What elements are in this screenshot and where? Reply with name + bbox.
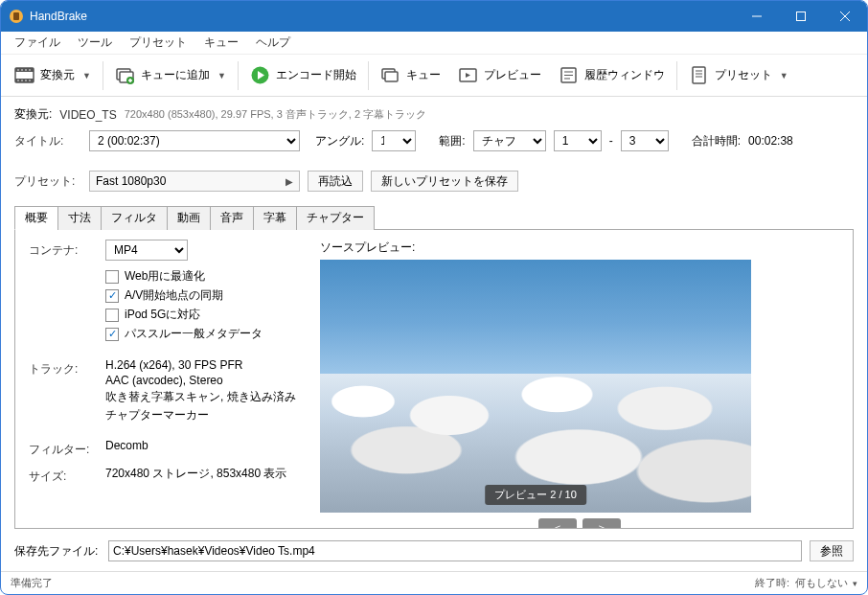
menu-presets[interactable]: プリセット bbox=[122, 33, 194, 53]
close-button[interactable] bbox=[823, 1, 867, 32]
range-end-select[interactable]: 3 bbox=[621, 130, 669, 151]
window-title: HandBrake bbox=[30, 10, 735, 23]
activity-button[interactable]: 履歴ウィンドウ bbox=[551, 59, 673, 92]
queue-icon bbox=[380, 65, 400, 85]
preview-nav: < > bbox=[320, 518, 839, 529]
tab-video[interactable]: 動画 bbox=[167, 206, 211, 230]
start-encode-label: エンコード開始 bbox=[276, 67, 356, 83]
preset-label: プリセット: bbox=[14, 173, 81, 190]
ipod-checkbox[interactable]: iPod 5Gに対応 bbox=[105, 307, 297, 323]
done-action-select[interactable]: 何もしない ▾ bbox=[795, 576, 857, 590]
duration-value: 00:02:38 bbox=[748, 134, 793, 148]
filters-label: フィルター: bbox=[29, 439, 105, 458]
source-details: 720x480 (853x480), 29.97 FPS, 3 音声トラック, … bbox=[125, 107, 426, 122]
separator bbox=[238, 61, 239, 90]
preview-label: プレビュー bbox=[484, 67, 541, 83]
menu-file[interactable]: ファイル bbox=[7, 33, 68, 53]
menubar: ファイル ツール プリセット キュー ヘルプ bbox=[1, 32, 867, 55]
tabs: 概要 寸法 フィルタ 動画 音声 字幕 チャプター bbox=[14, 205, 854, 230]
tab-audio[interactable]: 音声 bbox=[210, 206, 254, 230]
add-queue-icon bbox=[115, 65, 135, 85]
chevron-down-icon: ▼ bbox=[780, 71, 788, 80]
svg-point-9 bbox=[17, 69, 19, 71]
save-label: 保存先ファイル: bbox=[14, 543, 101, 560]
queue-button[interactable]: キュー bbox=[373, 59, 448, 92]
preview-prev-button[interactable]: < bbox=[538, 518, 577, 529]
svg-rect-32 bbox=[693, 67, 705, 83]
source-info-row: 変換元: VIDEO_TS 720x480 (853x480), 29.97 F… bbox=[14, 106, 854, 123]
chevron-down-icon: ▼ bbox=[82, 71, 91, 80]
passthru-checkbox[interactable]: パススルー一般メタデータ bbox=[105, 326, 297, 342]
preview-button[interactable]: プレビュー bbox=[450, 59, 549, 92]
range-start-select[interactable]: 1 bbox=[554, 130, 602, 151]
tracks-label: トラック: bbox=[29, 358, 105, 425]
window-controls bbox=[735, 1, 867, 32]
summary-left: コンテナ: MP4 Web用に最適化 A/V開始地点の同期 iPod 5Gに対応… bbox=[29, 240, 297, 518]
source-label: 変換元 bbox=[40, 67, 75, 83]
separator bbox=[676, 61, 677, 90]
tracks-list: H.264 (x264), 30 FPS PFR AAC (avcodec), … bbox=[105, 358, 297, 425]
svg-rect-25 bbox=[385, 72, 398, 81]
chevron-right-icon: ▶ bbox=[286, 176, 293, 187]
app-logo-icon bbox=[9, 9, 24, 24]
app-window: HandBrake ファイル ツール プリセット キュー ヘルプ 変換元 ▼ キ… bbox=[0, 0, 868, 595]
content: 変換元: VIDEO_TS 720x480 (853x480), 29.97 F… bbox=[1, 97, 867, 535]
preset-select[interactable]: Fast 1080p30 ▶ bbox=[89, 171, 300, 192]
angle-select[interactable]: 1 bbox=[372, 130, 416, 151]
track-line: 吹き替え字幕スキャン, 焼き込み済み bbox=[105, 389, 297, 405]
add-queue-button[interactable]: キューに追加 ▼ bbox=[107, 59, 234, 92]
size-value: 720x480 ストレージ, 853x480 表示 bbox=[105, 466, 297, 485]
menu-help[interactable]: ヘルプ bbox=[248, 33, 298, 53]
svg-point-14 bbox=[21, 80, 23, 81]
browse-button[interactable]: 参照 bbox=[810, 540, 854, 561]
menu-tools[interactable]: ツール bbox=[70, 33, 120, 53]
tab-filters[interactable]: フィルタ bbox=[101, 206, 168, 230]
statusbar: 準備完了 終了時: 何もしない ▾ bbox=[1, 571, 867, 594]
presets-button[interactable]: プリセット ▼ bbox=[681, 59, 796, 92]
track-line: AAC (avcodec), Stereo bbox=[105, 374, 297, 387]
preset-selected: Fast 1080p30 bbox=[96, 174, 166, 188]
save-row: 保存先ファイル: 参照 bbox=[1, 535, 867, 571]
svg-marker-27 bbox=[466, 73, 470, 78]
chevron-down-icon: ▼ bbox=[217, 71, 226, 80]
preview-icon bbox=[458, 65, 478, 85]
container-select[interactable]: MP4 bbox=[105, 240, 188, 261]
maximize-button[interactable] bbox=[779, 1, 823, 32]
film-icon bbox=[14, 65, 34, 85]
range-label: 範囲: bbox=[439, 133, 465, 149]
tab-subtitles[interactable]: 字幕 bbox=[253, 206, 297, 230]
activity-icon bbox=[559, 65, 579, 85]
source-button[interactable]: 変換元 ▼ bbox=[7, 59, 99, 92]
av-start-checkbox[interactable]: A/V開始地点の同期 bbox=[105, 287, 297, 304]
svg-point-10 bbox=[21, 69, 23, 71]
summary-right: ソースプレビュー: プレビュー 2 / 10 < > bbox=[320, 240, 839, 518]
tab-summary[interactable]: 概要 bbox=[14, 206, 58, 230]
svg-rect-3 bbox=[797, 12, 806, 21]
start-encode-button[interactable]: エンコード開始 bbox=[242, 59, 364, 92]
range-type-select[interactable]: チャプター bbox=[473, 130, 546, 151]
save-preset-button[interactable]: 新しいプリセットを保存 bbox=[371, 171, 518, 192]
preview-image[interactable]: プレビュー 2 / 10 bbox=[320, 260, 751, 513]
range-sep: - bbox=[609, 134, 613, 148]
play-icon bbox=[250, 65, 270, 85]
preview-next-button[interactable]: > bbox=[582, 518, 621, 529]
status-text: 準備完了 bbox=[11, 576, 53, 590]
web-optimized-checkbox[interactable]: Web用に最適化 bbox=[105, 268, 297, 285]
menu-queue[interactable]: キュー bbox=[196, 33, 246, 53]
duration-label: 合計時間: bbox=[692, 133, 741, 149]
title-select[interactable]: 2 (00:02:37) bbox=[89, 130, 300, 151]
track-line: H.264 (x264), 30 FPS PFR bbox=[105, 358, 297, 372]
save-path-input[interactable] bbox=[108, 540, 802, 561]
done-label: 終了時: bbox=[755, 576, 789, 590]
preset-row: プリセット: Fast 1080p30 ▶ 再読込 新しいプリセットを保存 bbox=[14, 171, 854, 192]
tab-dimensions[interactable]: 寸法 bbox=[57, 206, 102, 230]
preview-heading: ソースプレビュー: bbox=[320, 240, 839, 256]
toolbar: 変換元 ▼ キューに追加 ▼ エンコード開始 キュー プレビュー 履歴ウィンドウ bbox=[1, 55, 867, 97]
reload-preset-button[interactable]: 再読込 bbox=[308, 171, 363, 192]
minimize-button[interactable] bbox=[735, 1, 779, 32]
separator bbox=[103, 61, 103, 90]
title-label: タイトル: bbox=[14, 133, 81, 149]
tab-panel-summary: コンテナ: MP4 Web用に最適化 A/V開始地点の同期 iPod 5Gに対応… bbox=[14, 230, 854, 529]
tab-chapters[interactable]: チャプター bbox=[296, 206, 375, 230]
svg-rect-1 bbox=[13, 12, 19, 20]
